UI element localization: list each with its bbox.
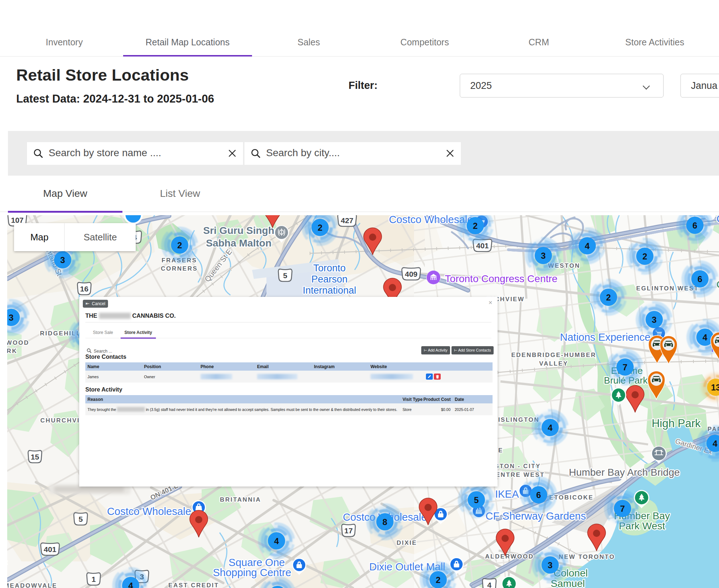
svg-text:Toronto Congress Centre: Toronto Congress Centre [445,273,558,284]
svg-text:ALDERWOOD: ALDERWOOD [485,553,534,560]
svg-text:VALLEY: VALLEY [539,360,569,367]
svg-text:8: 8 [382,517,387,527]
svg-text:2: 2 [177,240,182,250]
svg-text:17: 17 [344,526,352,535]
svg-text:4: 4 [487,581,491,588]
svg-text:3: 3 [652,315,656,325]
svg-text:2: 2 [473,221,477,231]
svg-text:13: 13 [711,383,719,392]
svg-text:EAST CREDIT: EAST CREDIT [168,582,219,588]
svg-text:3: 3 [541,251,545,261]
svg-text:E: E [498,447,503,454]
svg-text:2: 2 [436,575,440,585]
svg-text:7: 7 [620,504,625,514]
svg-text:15: 15 [31,453,39,461]
svg-text:Humber Bay Arch Bridge: Humber Bay Arch Bridge [569,467,680,478]
svg-text:LWOOD: LWOOD [7,339,29,346]
svg-text:4: 4 [548,423,553,433]
svg-text:Sabha Malton: Sabha Malton [206,238,271,249]
svg-text:ARK: ARK [7,348,17,354]
svg-text:CORNERS: CORNERS [161,265,198,272]
svg-text:IKEA: IKEA [495,488,519,500]
svg-text:7: 7 [623,362,627,372]
svg-text:DIXIE: DIXIE [397,539,417,546]
svg-text:6: 6 [536,490,541,500]
svg-text:2: 2 [606,293,611,302]
svg-text:5: 5 [78,515,83,523]
svg-text:Nations Experience: Nations Experience [560,331,650,343]
svg-text:2: 2 [318,223,322,232]
svg-text:MEADOWVALE: MEADOWVALE [7,582,57,588]
svg-text:4: 4 [585,241,590,251]
svg-text:4: 4 [713,439,718,448]
svg-text:6: 6 [697,274,702,284]
svg-text:Costco Wholesale: Costco Wholesale [107,506,191,517]
svg-text:5: 5 [283,271,287,280]
svg-text:Toronto: Toronto [313,263,346,273]
svg-text:C: C [716,215,719,225]
svg-text:409: 409 [405,270,417,278]
svg-text:EDENBRIDGE-HUMBER: EDENBRIDGE-HUMBER [511,352,596,358]
svg-text:3: 3 [548,560,552,570]
svg-text:401: 401 [44,545,56,553]
svg-text:1: 1 [91,575,96,583]
svg-text:R: R [7,559,8,566]
svg-text:6: 6 [692,221,697,230]
svg-text:Pearson: Pearson [311,274,348,285]
svg-text:427: 427 [341,216,353,225]
svg-text:2: 2 [642,252,647,261]
svg-text:5: 5 [474,495,478,505]
svg-text:3: 3 [9,313,13,322]
svg-text:High Park: High Park [652,417,701,430]
svg-text:4: 4 [702,333,707,342]
svg-text:International: International [303,285,356,296]
svg-text:BRITANNIA: BRITANNIA [220,496,261,503]
svg-text:16: 16 [80,285,88,293]
svg-text:3: 3 [60,255,65,265]
svg-text:Sri Guru Singh: Sri Guru Singh [203,225,274,236]
svg-text:4: 4 [128,581,133,588]
svg-text:4: 4 [274,536,279,546]
